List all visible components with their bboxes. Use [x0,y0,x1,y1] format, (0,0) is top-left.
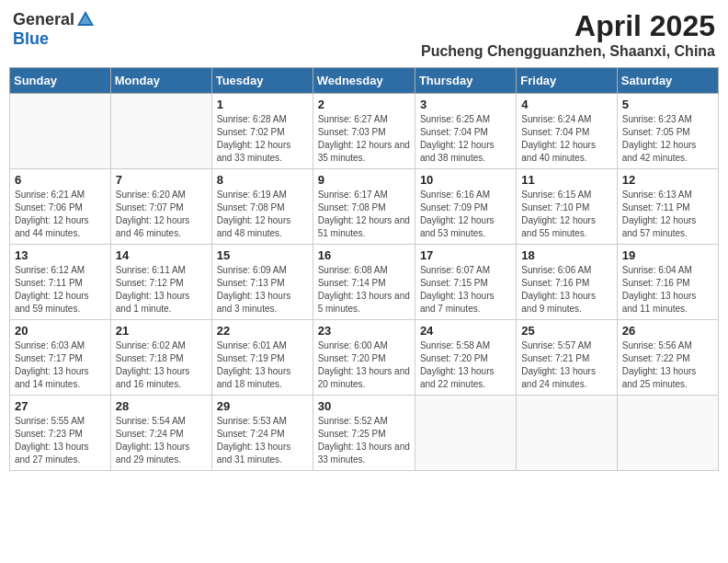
day-info: Sunrise: 5:54 AM Sunset: 7:24 PM Dayligh… [116,415,207,466]
day-info: Sunrise: 6:03 AM Sunset: 7:17 PM Dayligh… [15,339,106,391]
calendar-cell: 16Sunrise: 6:08 AM Sunset: 7:14 PM Dayli… [313,245,415,320]
calendar-week-row: 6Sunrise: 6:21 AM Sunset: 7:06 PM Daylig… [10,169,719,245]
day-number: 27 [15,399,106,413]
calendar-cell: 22Sunrise: 6:01 AM Sunset: 7:19 PM Dayli… [211,320,313,396]
calendar-cell: 23Sunrise: 6:00 AM Sunset: 7:20 PM Dayli… [313,320,415,396]
calendar-week-row: 1Sunrise: 6:28 AM Sunset: 7:02 PM Daylig… [10,94,719,169]
calendar-header-row: SundayMondayTuesdayWednesdayThursdayFrid… [10,68,719,94]
day-info: Sunrise: 6:07 AM Sunset: 7:15 PM Dayligh… [420,264,511,316]
day-info: Sunrise: 6:27 AM Sunset: 7:03 PM Dayligh… [318,113,410,165]
day-number: 10 [420,173,511,187]
day-number: 7 [116,173,207,187]
logo: General Blue [13,9,96,49]
calendar-cell: 25Sunrise: 5:57 AM Sunset: 7:21 PM Dayli… [517,320,617,396]
day-number: 8 [217,173,308,187]
day-number: 4 [521,98,611,111]
calendar-cell: 29Sunrise: 5:53 AM Sunset: 7:24 PM Dayli… [211,396,313,471]
logo-general-text: General [13,10,74,29]
day-number: 28 [116,399,207,413]
col-header-monday: Monday [110,68,211,94]
day-info: Sunrise: 6:24 AM Sunset: 7:04 PM Dayligh… [521,113,611,165]
calendar-cell [110,94,211,169]
day-info: Sunrise: 6:20 AM Sunset: 7:07 PM Dayligh… [116,189,207,240]
day-number: 14 [116,248,207,262]
day-info: Sunrise: 6:08 AM Sunset: 7:14 PM Dayligh… [318,264,410,316]
calendar-cell: 9Sunrise: 6:17 AM Sunset: 7:08 PM Daylig… [313,169,415,245]
day-info: Sunrise: 6:25 AM Sunset: 7:04 PM Dayligh… [420,113,511,165]
calendar-cell: 15Sunrise: 6:09 AM Sunset: 7:13 PM Dayli… [211,245,313,320]
day-number: 24 [420,324,511,338]
col-header-thursday: Thursday [415,68,516,94]
day-number: 22 [217,324,308,338]
day-number: 20 [15,324,106,338]
day-number: 16 [318,248,410,262]
day-info: Sunrise: 6:12 AM Sunset: 7:11 PM Dayligh… [15,264,106,316]
calendar-cell: 7Sunrise: 6:20 AM Sunset: 7:07 PM Daylig… [110,169,211,245]
col-header-sunday: Sunday [10,68,111,94]
calendar-week-row: 27Sunrise: 5:55 AM Sunset: 7:23 PM Dayli… [10,396,719,471]
calendar-cell: 3Sunrise: 6:25 AM Sunset: 7:04 PM Daylig… [415,94,516,169]
day-number: 15 [217,248,308,262]
day-info: Sunrise: 5:53 AM Sunset: 7:24 PM Dayligh… [217,415,308,466]
day-number: 18 [521,248,611,262]
calendar-week-row: 20Sunrise: 6:03 AM Sunset: 7:17 PM Dayli… [10,320,719,396]
calendar-week-row: 13Sunrise: 6:12 AM Sunset: 7:11 PM Dayli… [10,245,719,320]
logo-icon [75,9,96,29]
calendar-cell: 17Sunrise: 6:07 AM Sunset: 7:15 PM Dayli… [415,245,516,320]
col-header-friday: Friday [517,68,617,94]
day-info: Sunrise: 6:19 AM Sunset: 7:08 PM Dayligh… [217,189,308,240]
day-info: Sunrise: 6:00 AM Sunset: 7:20 PM Dayligh… [318,339,410,391]
day-info: Sunrise: 5:57 AM Sunset: 7:21 PM Dayligh… [521,339,611,391]
day-number: 11 [521,173,611,187]
day-number: 23 [318,324,410,338]
day-info: Sunrise: 6:15 AM Sunset: 7:10 PM Dayligh… [521,189,611,240]
day-info: Sunrise: 5:52 AM Sunset: 7:25 PM Dayligh… [318,415,410,466]
day-number: 1 [217,98,308,111]
calendar-cell: 19Sunrise: 6:04 AM Sunset: 7:16 PM Dayli… [617,245,718,320]
calendar-cell: 13Sunrise: 6:12 AM Sunset: 7:11 PM Dayli… [10,245,111,320]
day-info: Sunrise: 6:06 AM Sunset: 7:16 PM Dayligh… [521,264,611,316]
day-info: Sunrise: 6:02 AM Sunset: 7:18 PM Dayligh… [116,339,207,391]
calendar-cell: 6Sunrise: 6:21 AM Sunset: 7:06 PM Daylig… [10,169,111,245]
calendar-cell: 4Sunrise: 6:24 AM Sunset: 7:04 PM Daylig… [517,94,617,169]
calendar-table: SundayMondayTuesdayWednesdayThursdayFrid… [9,67,719,471]
day-number: 21 [116,324,207,338]
calendar-cell: 11Sunrise: 6:15 AM Sunset: 7:10 PM Dayli… [517,169,617,245]
col-header-saturday: Saturday [617,68,718,94]
calendar-cell: 21Sunrise: 6:02 AM Sunset: 7:18 PM Dayli… [110,320,211,396]
day-number: 9 [318,173,410,187]
calendar-cell: 14Sunrise: 6:11 AM Sunset: 7:12 PM Dayli… [110,245,211,320]
day-number: 6 [15,173,106,187]
calendar-cell [10,94,111,169]
day-number: 29 [217,399,308,413]
day-info: Sunrise: 6:13 AM Sunset: 7:11 PM Dayligh… [622,189,713,240]
day-number: 26 [622,324,713,338]
day-info: Sunrise: 6:17 AM Sunset: 7:08 PM Dayligh… [318,189,410,240]
title-area: April 2025 Pucheng Chengguanzhen, Shaanx… [421,9,715,60]
calendar-cell: 18Sunrise: 6:06 AM Sunset: 7:16 PM Dayli… [517,245,617,320]
day-info: Sunrise: 6:04 AM Sunset: 7:16 PM Dayligh… [622,264,713,316]
location-title: Pucheng Chengguanzhen, Shaanxi, China [421,43,715,60]
day-number: 3 [420,98,511,111]
day-number: 2 [318,98,410,111]
day-number: 13 [15,248,106,262]
calendar-cell: 26Sunrise: 5:56 AM Sunset: 7:22 PM Dayli… [617,320,718,396]
calendar-cell: 12Sunrise: 6:13 AM Sunset: 7:11 PM Dayli… [617,169,718,245]
col-header-tuesday: Tuesday [211,68,313,94]
day-info: Sunrise: 6:21 AM Sunset: 7:06 PM Dayligh… [15,189,106,240]
logo-blue-text: Blue [13,29,49,49]
calendar-cell: 27Sunrise: 5:55 AM Sunset: 7:23 PM Dayli… [10,396,111,471]
header: General Blue April 2025 Pucheng Chenggua… [9,9,719,60]
day-number: 5 [622,98,713,111]
calendar-cell [517,396,617,471]
calendar-cell: 2Sunrise: 6:27 AM Sunset: 7:03 PM Daylig… [313,94,415,169]
day-info: Sunrise: 6:23 AM Sunset: 7:05 PM Dayligh… [622,113,713,165]
calendar-cell: 30Sunrise: 5:52 AM Sunset: 7:25 PM Dayli… [313,396,415,471]
day-number: 19 [622,248,713,262]
day-info: Sunrise: 5:55 AM Sunset: 7:23 PM Dayligh… [15,415,106,466]
calendar-cell: 5Sunrise: 6:23 AM Sunset: 7:05 PM Daylig… [617,94,718,169]
calendar-cell: 24Sunrise: 5:58 AM Sunset: 7:20 PM Dayli… [415,320,516,396]
day-info: Sunrise: 5:56 AM Sunset: 7:22 PM Dayligh… [622,339,713,391]
calendar-cell: 20Sunrise: 6:03 AM Sunset: 7:17 PM Dayli… [10,320,111,396]
day-info: Sunrise: 5:58 AM Sunset: 7:20 PM Dayligh… [420,339,511,391]
